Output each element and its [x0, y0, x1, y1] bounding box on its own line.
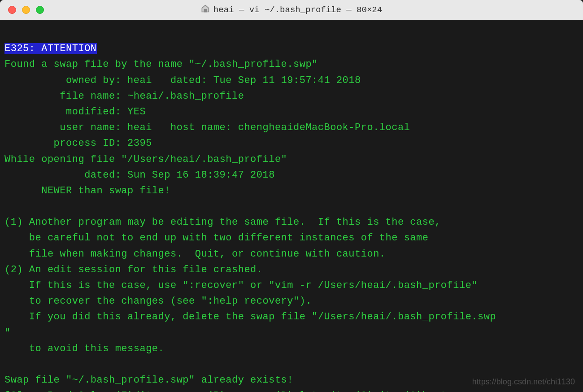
minimize-button[interactable]: [22, 6, 30, 14]
window-title-area: heai — vi ~/.bash_profile — 80×24: [201, 4, 382, 16]
msg1-line3: file when making changes. Quit, or conti…: [4, 246, 579, 262]
file-name-line: file name: ~heai/.bash_profile: [4, 88, 579, 104]
msg1-line2: be careful not to end up with two differ…: [4, 230, 579, 246]
msg2-line3: to recover the changes (see ":help recov…: [4, 293, 579, 309]
msg2-line5: ": [4, 325, 579, 341]
terminal-body[interactable]: E325: ATTENTIONFound a swap file by the …: [0, 20, 583, 392]
window-title: heai — vi ~/.bash_profile — 80×24: [213, 5, 382, 15]
blank-line: [4, 25, 579, 41]
newer-line: NEWER than swap file!: [4, 183, 579, 199]
traffic-lights: [8, 6, 44, 14]
while-opening-line: While opening file "/Users/heai/.bash_pr…: [4, 152, 579, 167]
attention-header: E325: ATTENTION: [4, 43, 97, 54]
home-icon: [201, 4, 210, 16]
msg2-line2: If this is the case, use ":recover" or "…: [4, 278, 579, 293]
terminal-window: heai — vi ~/.bash_profile — 80×24 E325: …: [0, 0, 583, 392]
titlebar: heai — vi ~/.bash_profile — 80×24: [0, 0, 583, 20]
msg2-line4: If you did this already, delete the swap…: [4, 309, 579, 325]
vi-prompt[interactable]: [O]pen Read-Only, (E)dit anyway, (R)ecov…: [4, 388, 579, 392]
attention-line: E325: ATTENTION: [4, 41, 579, 57]
close-button[interactable]: [8, 6, 16, 14]
svg-rect-0: [204, 9, 206, 12]
msg1-line1: (1) Another program may be editing the s…: [4, 214, 579, 230]
owned-by-line: owned by: heai dated: Tue Sep 11 19:57:4…: [4, 73, 579, 88]
process-id-line: process ID: 2395: [4, 135, 579, 151]
maximize-button[interactable]: [36, 6, 44, 14]
watermark: https://blog.csdn.net/chi1130: [472, 377, 575, 387]
user-host-line: user name: heai host name: chengheaideMa…: [4, 120, 579, 135]
msg2-line6: to avoid this message.: [4, 341, 579, 357]
dated-line: dated: Sun Sep 16 18:39:47 2018: [4, 167, 579, 183]
found-swap-line: Found a swap file by the name "~/.bash_p…: [4, 57, 579, 72]
modified-line: modified: YES: [4, 104, 579, 120]
blank-line: [4, 357, 579, 372]
msg2-line1: (2) An edit session for this file crashe…: [4, 262, 579, 278]
blank-line: [4, 199, 579, 214]
